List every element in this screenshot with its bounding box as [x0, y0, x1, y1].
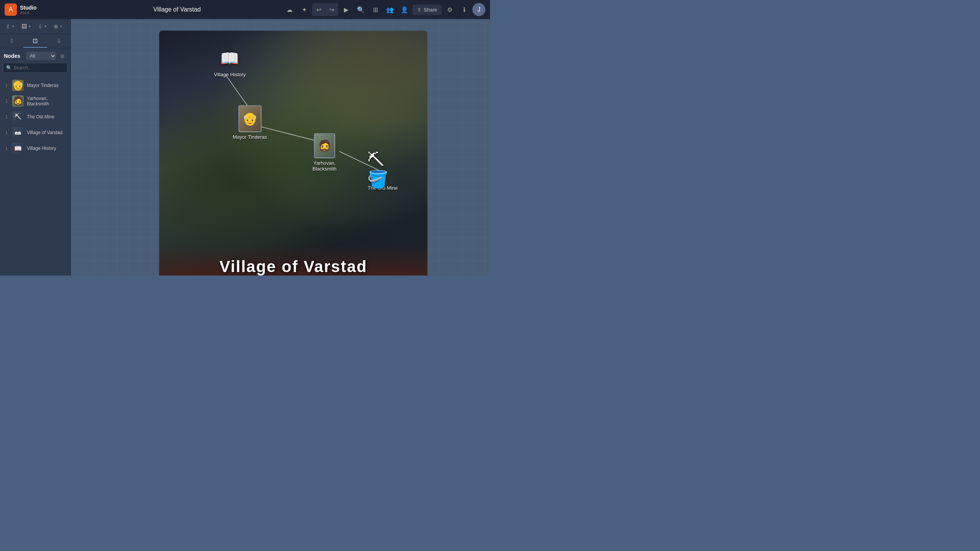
image-add-button[interactable]: 🖼 +	[20, 22, 33, 31]
user-avatar-button[interactable]: J	[472, 3, 485, 16]
share-label: Share	[424, 7, 437, 13]
share-button[interactable]: ⇧ Share	[413, 5, 442, 15]
search-container: 🔍	[0, 63, 71, 76]
users-button[interactable]: 👥	[383, 3, 396, 16]
node-thumbnail: ⛏	[12, 111, 24, 123]
redo-button[interactable]: ↪	[325, 3, 338, 16]
share-add-label: +	[12, 24, 15, 29]
mayor-tinderas-image: 👴	[238, 105, 261, 132]
map-background: 📖 Village History 👴 Mayor Tinderas 🧔 Yar…	[159, 31, 428, 276]
settings-button[interactable]: ⚙	[443, 3, 456, 16]
node-label: Village History	[27, 146, 56, 151]
canvas-area: 📖 Village History 👴 Mayor Tinderas 🧔 Yar…	[71, 19, 490, 276]
list-item[interactable]: 1 🧔 Yarhovan, Blacksmith	[2, 93, 69, 109]
sidebar: ⇧ + 🖼 + ⇩ + ⊕ + ⇧ ⊡ ⇩ Nodes	[0, 19, 71, 276]
canvas-node-old-mine[interactable]: ⛏🪣 The Old Mine	[367, 156, 398, 191]
map-title-overlay: Village of Varstad	[159, 245, 428, 276]
village-history-icon: 📖	[218, 47, 241, 70]
old-mine-icon: ⛏🪣	[367, 156, 398, 183]
sidebar-toolbar: ⇧ + 🖼 + ⇩ + ⊕ +	[0, 19, 71, 34]
image-add-label: +	[28, 24, 31, 29]
search-button[interactable]: 🔍	[354, 3, 367, 16]
profile-button[interactable]: 👤	[398, 3, 411, 16]
canvas-node-village-history[interactable]: 📖 Village History	[214, 47, 246, 77]
undo-redo-group: ↩ ↪	[312, 3, 338, 16]
node-badge: 1	[5, 115, 9, 119]
mayor-tinderas-label: Mayor Tinderas	[233, 134, 267, 140]
node-label: Mayor Tinderas	[27, 83, 59, 88]
search-wrapper: 🔍	[3, 63, 67, 73]
nodes-filter-select[interactable]: All Person Location	[26, 52, 56, 60]
tag-add-label: +	[60, 24, 62, 29]
play-button[interactable]: ▶	[340, 3, 353, 16]
topbar-center: Village of Varstad	[71, 6, 283, 13]
nodes-filter-btn[interactable]: ⊞	[58, 51, 67, 61]
nodes-list: 1 👴 Mayor Tinderas 1 🧔 Yarhovan, Blacksm…	[0, 76, 71, 276]
app-name-group: Studio v0.6.6	[20, 5, 37, 15]
yarhovan-face: 🧔	[12, 95, 24, 107]
list-item[interactable]: 1 🏘 Village of Varstad	[2, 125, 69, 140]
sidebar-nodes-header: Nodes All Person Location ⊞	[0, 48, 71, 63]
node-thumbnail: 🏘	[12, 127, 24, 138]
topbar: A Studio v0.6.6 Village of Varstad ☁ ✦ ↩…	[0, 0, 490, 19]
share-add-icon: ⇧	[6, 23, 10, 30]
sidebar-tabs: ⇧ ⊡ ⇩	[0, 34, 71, 48]
node-thumbnail: 📖	[12, 143, 24, 154]
export-add-icon: ⇩	[38, 23, 43, 30]
canvas-node-mayor[interactable]: 👴 Mayor Tinderas	[233, 105, 267, 140]
yarhovan-face-canvas: 🧔	[315, 134, 334, 157]
map-title-text: Village of Varstad	[219, 257, 367, 276]
node-badge: 1	[5, 146, 9, 151]
node-badge: 1	[5, 83, 9, 88]
list-item[interactable]: 1 ⛏ The Old Mine	[2, 109, 69, 125]
nodes-title: Nodes	[4, 53, 20, 59]
main-content: ⇧ + 🖼 + ⇩ + ⊕ + ⇧ ⊡ ⇩ Nodes	[0, 19, 490, 276]
app-version: v0.6.6	[20, 11, 37, 15]
logo-area: A Studio v0.6.6	[0, 3, 71, 16]
info-button[interactable]: ℹ	[458, 3, 471, 16]
image-add-icon: 🖼	[21, 23, 27, 30]
mayor-face-canvas: 👴	[239, 106, 261, 131]
list-item[interactable]: 1 📖 Village History	[2, 141, 69, 156]
node-badge: 1	[5, 130, 9, 135]
yarhovan-label: Yarhovan,Blacksmith	[312, 160, 337, 172]
node-thumbnail: 🧔	[12, 95, 24, 107]
share-icon: ⇧	[417, 7, 421, 13]
tag-add-icon: ⊕	[54, 23, 58, 30]
undo-button[interactable]: ↩	[312, 3, 325, 16]
document-title: Village of Varstad	[153, 6, 201, 13]
export-add-label: +	[44, 24, 47, 29]
share-add-button[interactable]: ⇧ +	[4, 22, 16, 31]
app-logo: A	[5, 3, 17, 16]
list-item[interactable]: 1 👴 Mayor Tinderas	[2, 78, 69, 93]
table-button[interactable]: ⊞	[369, 3, 382, 16]
cursor-tool-button[interactable]: ✦	[298, 3, 311, 16]
tab-nodes[interactable]: ⊡	[23, 34, 47, 48]
node-badge: 1	[5, 99, 9, 103]
canvas-node-yarhovan[interactable]: 🧔 Yarhovan,Blacksmith	[312, 133, 337, 172]
search-input[interactable]	[3, 63, 67, 73]
yarhovan-image: 🧔	[314, 133, 335, 158]
map-canvas[interactable]: 📖 Village History 👴 Mayor Tinderas 🧔 Yar…	[159, 31, 428, 276]
village-history-label: Village History	[214, 72, 246, 77]
node-label: The Old Mine	[27, 114, 54, 120]
node-label: Village of Varstad	[27, 130, 62, 135]
topbar-actions: ☁ ✦ ↩ ↪ ▶ 🔍 ⊞ 👥 👤 ⇧ Share ⚙ ℹ J	[283, 3, 490, 16]
tab-export[interactable]: ⇩	[47, 34, 71, 48]
app-product: Studio	[20, 5, 37, 11]
nodes-filter: All Person Location ⊞	[26, 51, 67, 61]
tab-share[interactable]: ⇧	[0, 34, 23, 48]
mayor-face: 👴	[12, 80, 24, 91]
node-label: Yarhovan, Blacksmith	[27, 96, 65, 107]
node-thumbnail: 👴	[12, 80, 24, 91]
export-add-button[interactable]: ⇩ +	[36, 22, 49, 31]
tag-add-button[interactable]: ⊕ +	[52, 22, 64, 31]
cloud-sync-button[interactable]: ☁	[283, 3, 296, 16]
